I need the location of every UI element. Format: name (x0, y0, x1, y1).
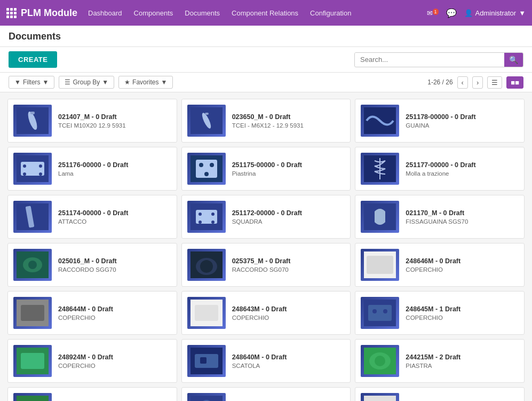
page-title: Documents (9, 31, 523, 46)
card-title: 251177-00000 - 0 Draft (406, 161, 519, 169)
card-title: 251172-00000 - 0 Draft (232, 209, 345, 217)
user-menu-button[interactable]: 👤 Administrator ▼ (464, 9, 526, 17)
document-card[interactable]: 251176-00000 - 0 Draft Lama (7, 147, 177, 191)
svg-point-33 (200, 260, 213, 273)
user-icon: 👤 (464, 9, 473, 17)
card-info: 248646M - 0 Draft COPERCHIO (406, 257, 519, 273)
grid-view-button[interactable]: ■■ (506, 76, 523, 89)
favorites-button[interactable]: ★ Favorites ▼ (118, 76, 173, 89)
card-info: 251176-00000 - 0 Draft Lama (58, 161, 171, 177)
document-card[interactable]: 251172-00000 - 0 Draft SQUADRA (181, 195, 351, 239)
document-card[interactable]: 021170_M - 0 Draft FISSAGUAINA SGS70 (355, 195, 525, 239)
document-card[interactable]: 248644M - 0 Draft COPERCHIO (7, 291, 177, 335)
card-subtitle: SCATOLA (232, 363, 345, 369)
svg-point-12 (39, 172, 42, 176)
svg-rect-41 (368, 305, 392, 321)
top-navigation: PLM Module Dashboard Components Document… (0, 0, 532, 26)
svg-rect-39 (195, 305, 218, 321)
card-thumbnail (361, 201, 399, 233)
document-card[interactable]: 251178-00000 - 0 Draft GUAINA (355, 99, 525, 143)
toolbar: CREATE 🔍 (0, 47, 532, 73)
card-subtitle: PIASTRA (406, 363, 519, 369)
favorites-dropdown-icon: ▼ (161, 78, 167, 86)
svg-point-26 (211, 221, 215, 224)
card-subtitle: RACCORDO SG070 (232, 266, 345, 273)
card-info: 244215M - 2 Draft PIASTRA (406, 353, 519, 369)
document-card[interactable]: 407132-00000 - 0 Draft GR.ALIMENTAZ. ROB… (181, 387, 351, 401)
card-subtitle: FISSAGUAINA SGS70 (406, 218, 519, 225)
notification-count: 1 (433, 9, 439, 15)
groupby-button[interactable]: ☰ Group By ▼ (59, 76, 114, 89)
document-card[interactable]: omnia_6-00000 - 0 Draft (355, 387, 525, 401)
document-card[interactable]: 248646M - 0 Draft COPERCHIO (355, 243, 525, 287)
nav-configuration[interactable]: Configuration (310, 9, 351, 17)
document-card[interactable]: 248640M - 0 Draft SCATOLA (181, 339, 351, 383)
card-thumbnail (13, 249, 52, 281)
svg-rect-37 (21, 305, 44, 321)
document-card[interactable]: 025016_M - 0 Draft RACCORDO SGG70 (7, 243, 177, 287)
nav-components[interactable]: Components (134, 9, 173, 17)
card-title: 248645M - 1 Draft (406, 305, 519, 313)
grid-icon (6, 8, 17, 18)
svg-rect-35 (367, 256, 393, 274)
card-title: 251178-00000 - 0 Draft (406, 113, 519, 121)
document-card[interactable]: 025375_M - 0 Draft RACCORDO SG070 (181, 243, 351, 287)
pagination-prev-button[interactable]: ‹ (457, 76, 468, 89)
document-card[interactable]: 248924M - 0 Draft COPERCHIO (7, 339, 177, 383)
chat-icon[interactable]: 💬 (446, 8, 457, 18)
card-info: 251174-00000 - 0 Draft ATTACCO (58, 209, 171, 225)
notification-badge[interactable]: ✉1 (427, 9, 439, 17)
card-thumbnail (13, 153, 52, 185)
svg-rect-58 (364, 396, 396, 401)
svg-point-17 (204, 172, 209, 176)
document-card[interactable]: 023650_M - 0 Draft TCEI - M6X12 - 12.9 5… (181, 99, 351, 143)
card-info: 251172-00000 - 0 Draft SQUADRA (232, 209, 345, 225)
pagination-next-button[interactable]: › (472, 76, 483, 89)
list-view-button[interactable]: ☰ (487, 76, 502, 89)
card-info: 251175-00000 - 0 Draft Piastrina (232, 161, 345, 177)
card-thumbnail (13, 201, 52, 233)
search-bar: 🔍 (354, 52, 523, 67)
document-card[interactable]: 021407_M - 0 Draft TCEI M10X20 12.9 5931 (7, 99, 177, 143)
create-button[interactable]: CREATE (9, 51, 57, 68)
card-title: 248924M - 0 Draft (58, 353, 171, 361)
favorites-star-icon: ★ (124, 78, 130, 86)
card-subtitle: COPERCHIO (232, 314, 345, 321)
filters-button[interactable]: ▼ Filters ▼ (9, 76, 54, 89)
document-card[interactable]: 248643M - 0 Draft COPERCHIO (181, 291, 351, 335)
filter-bar-right: 1-26 / 26 ‹ › ☰ ■■ (427, 76, 523, 89)
card-title: 251176-00000 - 0 Draft (58, 161, 171, 169)
card-info: 023650_M - 0 Draft TCEI - M6X12 - 12.9 5… (232, 113, 345, 129)
card-thumbnail (13, 297, 52, 329)
document-card[interactable]: 250807M - 0 Draft FLANGIA (7, 387, 177, 401)
document-card[interactable]: 251177-00000 - 0 Draft Molla a trazione (355, 147, 525, 191)
svg-point-10 (39, 164, 42, 168)
card-thumbnail (361, 393, 399, 401)
svg-point-23 (198, 213, 202, 216)
document-card[interactable]: 251175-00000 - 0 Draft Piastrina (181, 147, 351, 191)
nav-documents[interactable]: Documents (185, 9, 220, 17)
card-subtitle: COPERCHIO (58, 363, 171, 369)
nav-dashboard[interactable]: Dashboard (88, 9, 122, 17)
card-thumbnail (361, 297, 399, 329)
svg-point-51 (375, 356, 385, 366)
search-input[interactable] (355, 53, 504, 66)
nav-component-relations[interactable]: Component Relations (232, 9, 298, 17)
document-card[interactable]: 251174-00000 - 0 Draft ATTACCO (7, 195, 177, 239)
svg-point-15 (199, 163, 203, 167)
svg-point-11 (23, 172, 26, 176)
filter-bar: ▼ Filters ▼ ☰ Group By ▼ ★ Favorites ▼ 1… (0, 73, 532, 92)
toolbar-right: 🔍 (354, 52, 523, 67)
groupby-icon: ☰ (65, 78, 70, 86)
card-title: 248643M - 0 Draft (232, 305, 345, 313)
card-info: 248924M - 0 Draft COPERCHIO (58, 353, 171, 369)
document-card[interactable]: 248645M - 1 Draft COPERCHIO (355, 291, 525, 335)
document-card[interactable]: 244215M - 2 Draft PIASTRA (355, 339, 525, 383)
card-subtitle: RACCORDO SGG70 (58, 266, 171, 273)
card-info: 248640M - 0 Draft SCATOLA (232, 353, 345, 369)
svg-point-43 (383, 309, 387, 313)
search-button[interactable]: 🔍 (504, 53, 523, 67)
card-thumbnail (13, 345, 52, 377)
svg-rect-45 (21, 353, 44, 369)
svg-point-42 (372, 309, 377, 313)
